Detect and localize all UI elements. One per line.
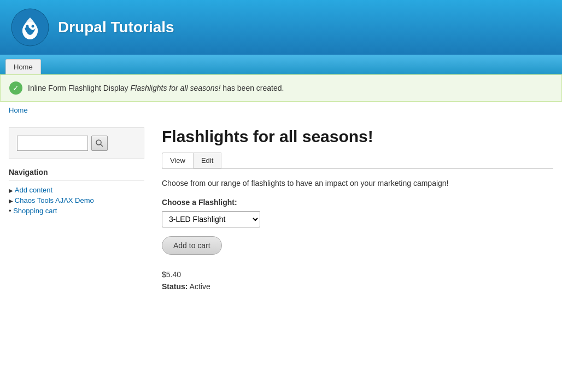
list-item: Shopping cart bbox=[9, 206, 144, 216]
nav-shopping-cart-link[interactable]: Shopping cart bbox=[13, 207, 57, 215]
nav-chaos-tools-link[interactable]: Chaos Tools AJAX Demo bbox=[15, 196, 94, 204]
svg-point-2 bbox=[26, 25, 29, 28]
product-description: Choose from our range of flashlights to … bbox=[162, 178, 553, 189]
nav-block-title: Navigation bbox=[9, 168, 144, 180]
main-layout: Navigation Add content Chaos Tools AJAX … bbox=[0, 116, 562, 302]
search-block bbox=[9, 127, 144, 159]
tab-bar: View Edit bbox=[162, 153, 553, 169]
home-tab[interactable]: Home bbox=[5, 59, 41, 74]
search-input[interactable] bbox=[17, 136, 88, 151]
svg-point-3 bbox=[32, 25, 34, 28]
tab-edit[interactable]: Edit bbox=[193, 153, 221, 168]
sidebar: Navigation Add content Chaos Tools AJAX … bbox=[0, 122, 153, 296]
breadcrumb: Home bbox=[0, 102, 562, 116]
choose-flashlight-label: Choose a Flashlight: bbox=[162, 198, 553, 207]
navigation-block: Navigation Add content Chaos Tools AJAX … bbox=[9, 168, 144, 216]
drupal-logo bbox=[11, 8, 49, 46]
status-message-bar: ✓ Inline Form Flashlight Display Flashli… bbox=[0, 74, 562, 102]
nav-bar: Home bbox=[0, 55, 562, 74]
status-value: Active bbox=[190, 282, 210, 291]
svg-point-4 bbox=[96, 140, 101, 145]
product-price: $5.40 bbox=[162, 270, 553, 279]
svg-line-5 bbox=[101, 144, 103, 147]
nav-add-content-link[interactable]: Add content bbox=[15, 186, 52, 194]
nav-list: Add content Chaos Tools AJAX Demo Shoppi… bbox=[9, 185, 144, 216]
status-text: Inline Form Flashlight Display Flashligh… bbox=[28, 84, 284, 92]
content-area: Flashlights for all seasons! View Edit C… bbox=[153, 122, 562, 296]
site-title: Drupal Tutorials bbox=[58, 19, 174, 36]
list-item: Add content bbox=[9, 185, 144, 195]
page-title: Flashlights for all seasons! bbox=[162, 127, 553, 146]
list-item: Chaos Tools AJAX Demo bbox=[9, 195, 144, 206]
flashlight-select[interactable]: 3-LED Flashlight Mini Flashlight Heavy D… bbox=[162, 211, 260, 227]
breadcrumb-home-link[interactable]: Home bbox=[9, 106, 28, 114]
product-status-line: Status: Active bbox=[162, 282, 553, 291]
header: Drupal Tutorials bbox=[0, 0, 562, 55]
search-icon bbox=[96, 139, 103, 147]
status-label: Status: bbox=[162, 282, 188, 291]
search-button[interactable] bbox=[91, 136, 108, 151]
success-icon: ✓ bbox=[9, 81, 22, 95]
flashlight-select-wrapper: 3-LED Flashlight Mini Flashlight Heavy D… bbox=[162, 211, 553, 236]
add-to-cart-button[interactable]: Add to cart bbox=[162, 236, 222, 255]
tab-view[interactable]: View bbox=[162, 153, 194, 168]
